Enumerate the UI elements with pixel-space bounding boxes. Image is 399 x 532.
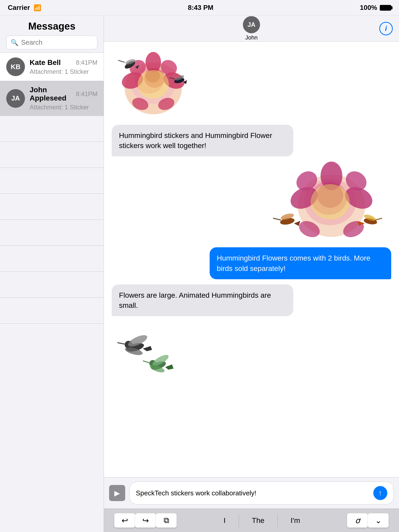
panel-header: Messages 🔍 xyxy=(0,16,104,52)
carrier-label: Carrier xyxy=(8,4,30,12)
sticker-svg-1 xyxy=(112,47,195,119)
search-icon: 🔍 xyxy=(11,39,18,46)
avatar-ja: JA xyxy=(6,89,25,108)
keyboard-suggestion-im[interactable]: I'm xyxy=(278,514,313,527)
chat-messages: Hummingbird stickers and Hummingbird Flo… xyxy=(104,42,399,477)
chat-avatar: JA xyxy=(243,16,260,33)
panel-title: Messages xyxy=(6,21,97,32)
sticker-message-2 xyxy=(112,162,391,242)
conversation-item-kate-bell[interactable]: KB Kate Bell 8:41PM Attachment: 1 Sticke… xyxy=(0,52,104,81)
keyboard-suggestion-i[interactable]: I xyxy=(211,514,239,527)
keyboard-toolbar: ↩ ↪ ⧉ I The I'm ơ ⌄ xyxy=(104,509,399,532)
search-input[interactable] xyxy=(21,38,105,46)
message-sent-1: Hummingbird Flowers comes with 2 birds. … xyxy=(112,247,391,279)
keyboard-forward-button[interactable]: ↪ xyxy=(135,513,156,528)
status-bar: Carrier 📶 8:43 PM 100% xyxy=(0,0,399,16)
chat-contact-name: John xyxy=(245,34,258,41)
conversation-preview-kb: Attachment: 1 Sticker xyxy=(30,68,97,75)
keyboard-copy-button[interactable]: ⧉ xyxy=(156,513,177,528)
conversation-item-john-appleseed[interactable]: JA John Appleseed 8:41PM Attachment: 1 S… xyxy=(0,81,104,116)
message-input-wrap[interactable]: SpeckTech stickers work collaboratively!… xyxy=(129,482,394,504)
svg-line-39 xyxy=(117,343,125,344)
sticker-message-3 xyxy=(112,321,391,378)
apps-button[interactable]: ▶ xyxy=(109,485,125,501)
send-button[interactable]: ↑ xyxy=(373,486,387,500)
sticker-svg-2 xyxy=(267,162,391,242)
empty-list-area xyxy=(0,116,104,324)
conversation-time-ja: 8:41PM xyxy=(76,90,97,98)
sticker-svg-3 xyxy=(112,321,190,378)
conversation-time-kb: 8:41PM xyxy=(76,59,97,66)
wifi-icon: 📶 xyxy=(34,4,41,11)
svg-line-44 xyxy=(143,361,150,363)
sep-line-6 xyxy=(0,246,104,272)
info-button[interactable]: i xyxy=(379,22,393,35)
keyboard-back-button[interactable]: ↩ xyxy=(114,513,135,528)
chat-input-area: ▶ SpeckTech stickers work collaborativel… xyxy=(104,477,399,509)
sep-line-8 xyxy=(0,298,104,324)
svg-line-32 xyxy=(273,218,281,220)
chat-contact-info: JA John xyxy=(243,16,260,41)
keyboard-collapse-button[interactable]: ⌄ xyxy=(368,513,389,528)
messages-list-panel: Messages 🔍 KB Kate Bell 8:41PM Attachmen… xyxy=(0,16,104,532)
message-received-1: Hummingbird stickers and Hummingbird Flo… xyxy=(112,125,391,156)
chat-header: JA John i xyxy=(104,16,399,42)
conversation-info-kb: Kate Bell 8:41PM Attachment: 1 Sticker xyxy=(30,58,97,75)
sep-line-5 xyxy=(0,220,104,246)
sticker-container-1 xyxy=(112,47,195,119)
sep-line-4 xyxy=(0,194,104,220)
message-input-text: SpeckTech stickers work collaboratively! xyxy=(136,489,256,497)
svg-point-12 xyxy=(138,70,169,99)
keyboard-suggestion-the[interactable]: The xyxy=(239,514,278,527)
sticker-container-3 xyxy=(112,321,190,378)
search-bar[interactable]: 🔍 xyxy=(6,36,97,49)
status-right: 100% xyxy=(360,4,391,12)
sticker-container-2 xyxy=(267,162,391,242)
conversation-info-ja: John Appleseed 8:41PM Attachment: 1 Stic… xyxy=(30,86,97,111)
status-left: Carrier 📶 xyxy=(8,4,41,12)
conversation-top-ja: John Appleseed 8:41PM xyxy=(30,86,97,102)
sep-line-1 xyxy=(0,116,104,142)
keyboard-pencil-button[interactable]: ơ xyxy=(347,513,368,528)
bubble-received-2: Flowers are large. Animated Hummingbirds… xyxy=(112,284,293,316)
status-time: 8:43 PM xyxy=(188,4,213,12)
avatar-kb: KB xyxy=(6,57,25,76)
conversation-top-kb: Kate Bell 8:41PM xyxy=(30,58,97,67)
contact-name-ja: John Appleseed xyxy=(30,86,76,102)
svg-point-30 xyxy=(311,184,350,220)
sep-line-2 xyxy=(0,142,104,168)
main-content: Messages 🔍 KB Kate Bell 8:41PM Attachmen… xyxy=(0,16,399,532)
chat-panel: JA John i xyxy=(104,16,399,532)
battery-icon xyxy=(380,5,391,11)
message-received-2: Flowers are large. Animated Hummingbirds… xyxy=(112,284,391,316)
conversation-list: KB Kate Bell 8:41PM Attachment: 1 Sticke… xyxy=(0,52,104,532)
contact-name-kb: Kate Bell xyxy=(30,58,61,67)
sep-line-7 xyxy=(0,272,104,298)
bubble-received-1: Hummingbird stickers and Hummingbird Flo… xyxy=(112,125,293,156)
svg-line-35 xyxy=(375,218,382,220)
bubble-sent-1: Hummingbird Flowers comes with 2 birds. … xyxy=(210,247,391,279)
keyboard-word-suggestions: I The I'm xyxy=(177,514,347,527)
svg-point-7 xyxy=(145,52,161,73)
svg-line-14 xyxy=(118,60,125,62)
conversation-preview-ja: Attachment: 1 Sticker xyxy=(30,104,97,111)
sep-line-3 xyxy=(0,168,104,194)
send-arrow-icon: ↑ xyxy=(378,489,382,497)
battery-label: 100% xyxy=(360,4,377,12)
sticker-message-1 xyxy=(112,47,391,119)
